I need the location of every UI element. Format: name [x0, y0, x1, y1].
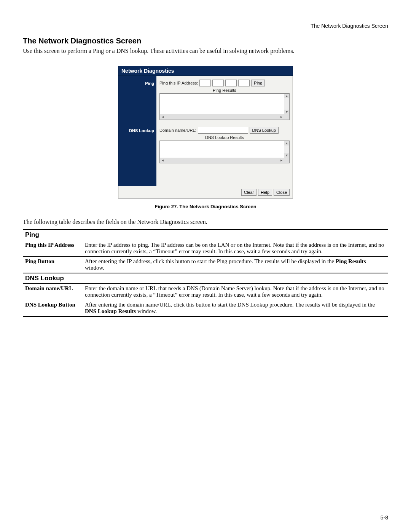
- scroll-down-icon[interactable]: ▾: [284, 153, 289, 158]
- vertical-scrollbar[interactable]: ▴ ▾: [284, 94, 289, 114]
- scroll-left-icon[interactable]: ◂: [160, 158, 165, 163]
- page-title: The Network Diagnostics Screen: [23, 37, 388, 45]
- horizontal-scrollbar[interactable]: ◂ ▸: [160, 158, 289, 163]
- field-name: Ping Button: [23, 257, 83, 273]
- horizontal-scrollbar[interactable]: ◂ ▸: [160, 114, 289, 120]
- scroll-right-icon[interactable]: ▸: [279, 114, 284, 120]
- table-row: DNS Lookup Button After entering the dom…: [23, 300, 388, 317]
- ping-ip-octet-4[interactable]: [238, 80, 250, 86]
- scroll-up-icon[interactable]: ▴: [284, 141, 289, 145]
- ping-row: Ping this IP Address: Ping: [159, 80, 290, 86]
- page-header-right: The Network Diagnostics Screen: [23, 23, 388, 29]
- field-name: DNS Lookup Button: [23, 300, 83, 317]
- dns-lookup-button[interactable]: DNS Lookup: [250, 127, 279, 134]
- help-button[interactable]: Help: [258, 189, 272, 196]
- scroll-right-icon[interactable]: ▸: [279, 158, 284, 163]
- figure-caption: Figure 27. The Network Diagnostics Scree…: [118, 204, 293, 209]
- field-desc: Enter the domain name or URL that needs …: [83, 284, 388, 300]
- figure-network-diagnostics: Network Diagnostics Ping DNS Lookup Ping…: [118, 66, 293, 209]
- section-header-dns: DNS Lookup: [23, 273, 388, 284]
- ping-ip-octet-1[interactable]: [199, 80, 211, 86]
- scroll-left-icon[interactable]: ◂: [160, 114, 165, 120]
- panel-main: Ping this IP Address: Ping Ping Results …: [156, 76, 293, 186]
- panel-title: Network Diagnostics: [118, 66, 293, 76]
- section-header-ping: Ping: [23, 230, 388, 240]
- dns-domain-input[interactable]: [198, 127, 248, 134]
- field-desc: After entering the IP address, click thi…: [83, 257, 388, 273]
- vertical-scrollbar[interactable]: ▴ ▾: [284, 141, 289, 158]
- field-name: Domain name/URL: [23, 284, 83, 300]
- ping-ip-octet-2[interactable]: [212, 80, 224, 86]
- table-row: Domain name/URL Enter the domain name or…: [23, 284, 388, 300]
- diagnostics-panel: Network Diagnostics Ping DNS Lookup Ping…: [118, 66, 293, 198]
- ping-results-title: Ping Results: [159, 88, 290, 93]
- scroll-up-icon[interactable]: ▴: [284, 94, 289, 98]
- ping-ip-octet-3[interactable]: [225, 80, 237, 86]
- sidebar-item-dns[interactable]: DNS Lookup: [118, 123, 156, 133]
- field-desc: Enter the IP address to ping. The IP add…: [83, 240, 388, 257]
- scroll-down-icon[interactable]: ▾: [284, 110, 289, 114]
- dns-results-box[interactable]: ▴ ▾ ◂ ▸: [159, 141, 290, 163]
- field-desc: After entering the domain name/URL, clic…: [83, 300, 388, 317]
- intro-paragraph: Use this screen to perform a Ping or a D…: [23, 48, 388, 54]
- close-button[interactable]: Close: [274, 189, 290, 196]
- panel-footer: Clear Help Close: [118, 186, 293, 198]
- clear-button[interactable]: Clear: [241, 189, 256, 196]
- dns-results-title: DNS Lookup Results: [159, 135, 290, 140]
- panel-sidebar: Ping DNS Lookup: [118, 76, 156, 186]
- dns-domain-label: Domain name/URL:: [159, 128, 196, 133]
- table-row: Ping Button After entering the IP addres…: [23, 257, 388, 273]
- page-number: 5-8: [381, 514, 388, 521]
- fields-table: Ping Ping this IP Address Enter the IP a…: [23, 229, 388, 317]
- ping-button[interactable]: Ping: [251, 80, 265, 86]
- table-row: Ping this IP Address Enter the IP addres…: [23, 240, 388, 257]
- ping-results-box[interactable]: ▴ ▾ ◂ ▸: [159, 93, 290, 120]
- ping-ip-label: Ping this IP Address:: [159, 81, 198, 85]
- field-name: Ping this IP Address: [23, 240, 83, 257]
- dns-row: Domain name/URL: DNS Lookup: [159, 127, 290, 134]
- sidebar-item-ping[interactable]: Ping: [118, 76, 156, 86]
- table-intro: The following table describes the fields…: [23, 219, 388, 225]
